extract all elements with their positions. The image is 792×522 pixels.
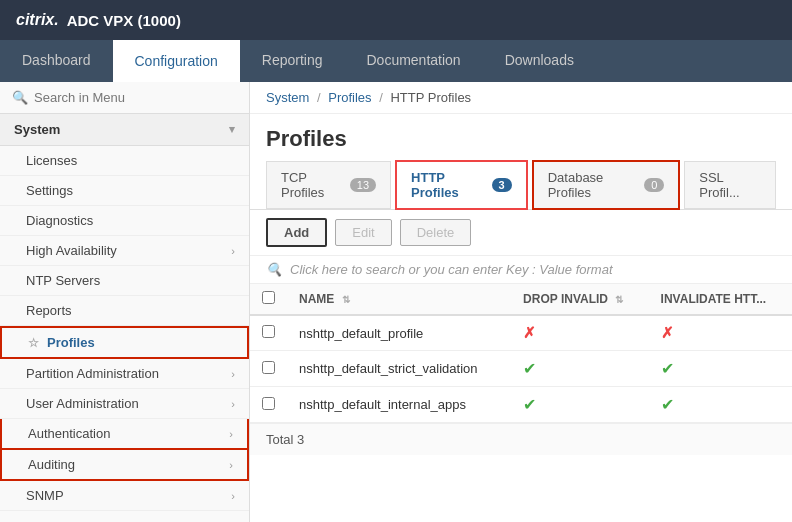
select-all-checkbox[interactable] (262, 291, 275, 304)
profiles-table: NAME ⇅ DROP INVALID ⇅ INVALIDATE HTT... … (250, 284, 792, 423)
x-icon: ✗ (661, 324, 674, 341)
sidebar-item-settings[interactable]: Settings (0, 176, 249, 206)
row-check[interactable] (250, 387, 287, 423)
search-icon: 🔍 (266, 262, 282, 277)
tab-badge-http: 3 (492, 178, 512, 192)
tab-ssl-profiles[interactable]: SSL Profil... (684, 161, 776, 209)
citrix-logo: citrix. (16, 11, 59, 29)
tab-database-profiles[interactable]: Database Profiles 0 (532, 160, 681, 210)
total-bar: Total 3 (250, 423, 792, 455)
col-check (250, 284, 287, 315)
breadcrumb-profiles[interactable]: Profiles (328, 90, 371, 105)
edit-button[interactable]: Edit (335, 219, 391, 246)
tab-tcp-profiles[interactable]: TCP Profiles 13 (266, 161, 391, 209)
chevron-icon: › (231, 398, 235, 410)
table-search-bar[interactable]: 🔍 Click here to search or you can enter … (250, 256, 792, 284)
sidebar-item-high-availability[interactable]: High Availability › (0, 236, 249, 266)
table-row: nshttp_default_internal_apps ✔ ✔ (250, 387, 792, 423)
row-check[interactable] (250, 351, 287, 387)
sidebar-item-profiles[interactable]: ☆ Profiles (0, 326, 249, 359)
sidebar-item-licenses[interactable]: Licenses (0, 146, 249, 176)
section-chevron: ▾ (229, 123, 235, 136)
check-icon: ✔ (661, 396, 674, 413)
row-checkbox[interactable] (262, 397, 275, 410)
nav-dashboard[interactable]: Dashboard (0, 40, 113, 82)
check-icon: ✔ (523, 360, 536, 377)
sidebar-item-authentication[interactable]: Authentication › (0, 419, 249, 450)
sidebar-item-auditing[interactable]: Auditing › (0, 450, 249, 481)
delete-button[interactable]: Delete (400, 219, 472, 246)
nav-downloads[interactable]: Downloads (483, 40, 596, 82)
page-title: Profiles (250, 114, 792, 160)
row-invalidate: ✔ (649, 387, 792, 423)
nav-bar: Dashboard Configuration Reporting Docume… (0, 40, 792, 82)
tab-http-profiles[interactable]: HTTP Profiles 3 (395, 160, 528, 210)
row-name: nshttp_default_internal_apps (287, 387, 511, 423)
nav-documentation[interactable]: Documentation (344, 40, 482, 82)
table-row: nshttp_default_strict_validation ✔ ✔ (250, 351, 792, 387)
sort-icon-name: ⇅ (342, 294, 350, 305)
sidebar-item-user-admin[interactable]: User Administration › (0, 389, 249, 419)
row-name: nshttp_default_strict_validation (287, 351, 511, 387)
chevron-icon: › (229, 459, 233, 471)
col-drop-invalid: DROP INVALID ⇅ (511, 284, 649, 315)
row-invalidate: ✗ (649, 315, 792, 351)
tab-badge-tcp: 13 (350, 178, 376, 192)
chevron-icon: › (229, 428, 233, 440)
content-area: System / Profiles / HTTP Profiles Profil… (250, 82, 792, 522)
app-title: ADC VPX (1000) (67, 12, 181, 29)
section-label: System (14, 122, 60, 137)
row-check[interactable] (250, 315, 287, 351)
sort-icon-drop: ⇅ (615, 294, 623, 305)
sidebar-item-snmp[interactable]: SNMP › (0, 481, 249, 511)
tabs-row: TCP Profiles 13 HTTP Profiles 3 Database… (250, 160, 792, 210)
chevron-icon: › (231, 245, 235, 257)
sidebar-section-system[interactable]: System ▾ (0, 114, 249, 146)
breadcrumb-sep2: / (379, 90, 383, 105)
x-icon: ✗ (523, 324, 536, 341)
breadcrumb-system[interactable]: System (266, 90, 309, 105)
breadcrumb-current: HTTP Profiles (390, 90, 471, 105)
top-bar: citrix. ADC VPX (1000) (0, 0, 792, 40)
logo-area: citrix. ADC VPX (1000) (16, 11, 181, 29)
search-placeholder: Click here to search or you can enter Ke… (290, 262, 613, 277)
sidebar-item-ntp-servers[interactable]: NTP Servers (0, 266, 249, 296)
chevron-icon: › (231, 368, 235, 380)
col-invalidate: INVALIDATE HTT... (649, 284, 792, 315)
toolbar: Add Edit Delete (250, 210, 792, 256)
star-icon: ☆ (28, 336, 39, 350)
breadcrumb-sep1: / (317, 90, 321, 105)
row-name: nshttp_default_profile (287, 315, 511, 351)
row-drop-invalid: ✔ (511, 387, 649, 423)
search-input[interactable] (34, 90, 214, 105)
row-drop-invalid: ✔ (511, 351, 649, 387)
sidebar-item-diagnostics[interactable]: Diagnostics (0, 206, 249, 236)
main-layout: 🔍 System ▾ Licenses Settings Diagnostics… (0, 82, 792, 522)
chevron-icon: › (231, 490, 235, 502)
nav-reporting[interactable]: Reporting (240, 40, 345, 82)
row-invalidate: ✔ (649, 351, 792, 387)
table-row: nshttp_default_profile ✗ ✗ (250, 315, 792, 351)
row-checkbox[interactable] (262, 325, 275, 338)
sidebar-item-reports[interactable]: Reports (0, 296, 249, 326)
breadcrumb: System / Profiles / HTTP Profiles (250, 82, 792, 114)
check-icon: ✔ (661, 360, 674, 377)
tab-badge-db: 0 (644, 178, 664, 192)
nav-configuration[interactable]: Configuration (113, 40, 240, 82)
add-button[interactable]: Add (266, 218, 327, 247)
search-icon: 🔍 (12, 90, 28, 105)
row-checkbox[interactable] (262, 361, 275, 374)
search-menu[interactable]: 🔍 (0, 82, 249, 114)
check-icon: ✔ (523, 396, 536, 413)
sidebar-item-partition-admin[interactable]: Partition Administration › (0, 359, 249, 389)
col-name: NAME ⇅ (287, 284, 511, 315)
row-drop-invalid: ✗ (511, 315, 649, 351)
sidebar: 🔍 System ▾ Licenses Settings Diagnostics… (0, 82, 250, 522)
